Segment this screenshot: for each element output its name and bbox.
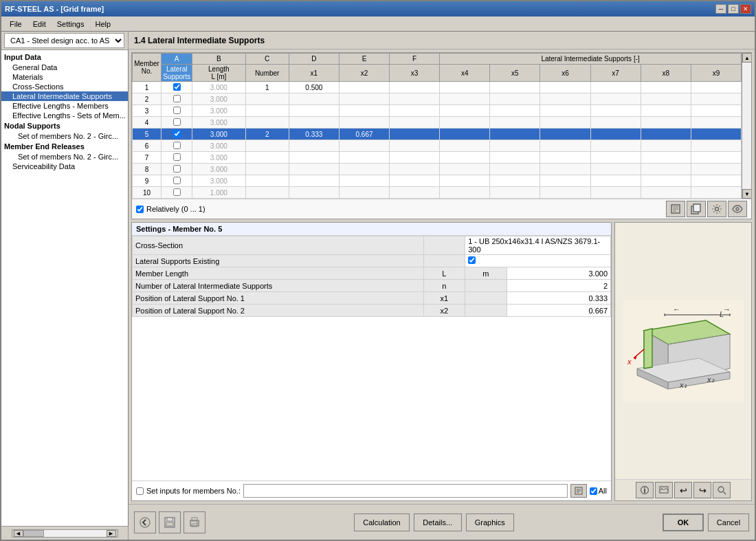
graphics-image-btn[interactable] xyxy=(655,482,673,498)
sidebar-item-general[interactable]: General Data xyxy=(1,63,128,72)
nav-back-btn[interactable] xyxy=(134,511,156,533)
sidebar-section-nodal: Nodal Supports xyxy=(1,120,128,131)
cancel-button[interactable]: Cancel xyxy=(708,514,749,531)
svg-rect-5 xyxy=(693,204,700,212)
row-checkbox-7[interactable] xyxy=(173,165,181,173)
settings-left-panel: Settings - Member No. 5 Cross-Section1 -… xyxy=(131,222,612,501)
nav-save-btn[interactable] xyxy=(159,511,181,533)
row-checkbox-9[interactable] xyxy=(173,188,181,196)
nav-print-btn[interactable] xyxy=(184,511,205,533)
relatively-checkbox[interactable] xyxy=(136,206,144,213)
sidebar-item-eff-members[interactable]: Effective Lengths - Members xyxy=(1,101,128,111)
scroll-down-btn[interactable]: ▼ xyxy=(742,189,751,199)
grid-row-8[interactable]: 93.000 xyxy=(133,175,742,187)
settings-unit-4 xyxy=(465,292,507,305)
scroll-right-btn[interactable]: ► xyxy=(107,530,116,537)
set-inputs-checkbox[interactable] xyxy=(136,487,144,495)
row-checkbox-1[interactable] xyxy=(173,95,181,102)
menu-edit[interactable]: Edit xyxy=(27,19,52,30)
col-header-d: D xyxy=(289,54,339,65)
grid-row-5[interactable]: 63.000 xyxy=(133,140,742,152)
row-checkbox-8[interactable] xyxy=(173,177,181,184)
sidebar-item-lateral[interactable]: Lateral Intermediate Supports xyxy=(1,91,128,101)
graphics-info-btn[interactable]: i xyxy=(636,482,654,498)
grid-row-7[interactable]: 83.000 xyxy=(133,164,742,175)
col-header-c: C xyxy=(245,54,289,65)
graphics-zoom-btn[interactable] xyxy=(713,482,731,498)
details-button[interactable]: Details... xyxy=(414,514,462,531)
grid-row-9[interactable]: 101.000 xyxy=(133,187,742,199)
graphics-rotate-left-btn[interactable]: ↩ xyxy=(674,482,692,498)
settings-sym-2: L xyxy=(423,267,465,280)
settings-label-4: Position of Lateral Support No. 1 xyxy=(133,292,424,305)
settings-label-3: Number of Lateral Intermediate Supports xyxy=(133,280,424,292)
row-checkbox-4[interactable] xyxy=(173,130,181,137)
ok-button[interactable]: OK xyxy=(663,514,704,531)
settings-title: Settings - Member No. 5 xyxy=(132,223,611,236)
col-header-x9: x9 xyxy=(691,65,741,82)
sidebar-scroll-area: ◄ ► xyxy=(1,526,128,540)
members-input[interactable] xyxy=(243,484,568,498)
toolbar-btn-3[interactable] xyxy=(707,201,726,217)
toolbar-btn-eye[interactable] xyxy=(728,201,747,217)
svg-text:←: ← xyxy=(673,305,680,313)
minimize-button[interactable]: ─ xyxy=(715,4,726,14)
sidebar-item-materials[interactable]: Materials xyxy=(1,72,128,82)
svg-line-36 xyxy=(724,492,726,495)
graphics-button[interactable]: Graphics xyxy=(466,514,514,531)
graphics-rotate-right-btn[interactable]: ↪ xyxy=(693,482,711,498)
main-content: CA1 - Steel design acc. to AS Input Data… xyxy=(1,32,755,540)
svg-text:→: → xyxy=(723,305,731,313)
scroll-left-btn[interactable]: ◄ xyxy=(14,530,23,537)
settings-unit-5 xyxy=(465,305,507,317)
close-button[interactable]: ✕ xyxy=(740,4,751,14)
grid-row-4[interactable]: 53.00020.3330.667 xyxy=(133,129,742,140)
menu-file[interactable]: File xyxy=(4,19,27,30)
row-checkbox-5[interactable] xyxy=(173,142,181,149)
design-case-dropdown[interactable]: CA1 - Steel design acc. to AS xyxy=(4,33,124,48)
sidebar-item-eff-sets[interactable]: Effective Lengths - Sets of Mem... xyxy=(1,111,128,120)
settings-label-2: Member Length xyxy=(133,267,424,280)
svg-rect-40 xyxy=(166,522,173,526)
toolbar-btn-2[interactable] xyxy=(687,201,706,217)
svg-text:x₁: x₁ xyxy=(679,381,687,389)
sidebar-item-end-releases-set[interactable]: Set of members No. 2 - Girc... xyxy=(1,152,128,162)
svg-rect-39 xyxy=(167,518,173,521)
row-checkbox-3[interactable] xyxy=(173,118,181,126)
col-header-lateral-sup: LateralSupports xyxy=(162,65,192,82)
settings-footer: Set inputs for members No.: All xyxy=(132,481,611,500)
maximize-button[interactable]: □ xyxy=(728,4,739,14)
settings-unit-3 xyxy=(465,280,507,292)
svg-point-37 xyxy=(140,518,150,527)
sidebar-item-serviceability[interactable]: Serviceability Data xyxy=(1,162,128,171)
col-header-x3: x3 xyxy=(390,65,440,82)
settings-val-3: 2 xyxy=(507,280,610,292)
grid-row-6[interactable]: 73.000 xyxy=(133,152,742,164)
window-title: RF-STEEL AS - [Grid frame] xyxy=(5,5,104,13)
row-checkbox-2[interactable] xyxy=(173,107,181,114)
row-checkbox-0[interactable] xyxy=(173,83,181,91)
settings-existing-checkbox[interactable] xyxy=(468,256,476,264)
svg-point-44 xyxy=(197,522,198,523)
scroll-up-btn[interactable]: ▲ xyxy=(742,53,751,63)
toolbar-btn-1[interactable] xyxy=(666,201,685,217)
sidebar-item-nodal-set[interactable]: Set of members No. 2 - Girc... xyxy=(1,131,128,141)
members-browse-btn[interactable] xyxy=(570,484,587,498)
grid-scrollbar[interactable]: ▲ ▼ xyxy=(742,53,751,199)
row-checkbox-6[interactable] xyxy=(173,153,181,161)
main-window: RF-STEEL AS - [Grid frame] ─ □ ✕ File Ed… xyxy=(0,0,756,541)
col-header-x5: x5 xyxy=(490,65,540,82)
all-checkbox[interactable] xyxy=(590,487,597,495)
menu-help[interactable]: Help xyxy=(89,19,116,30)
grid-row-2[interactable]: 33.000 xyxy=(133,105,742,117)
grid-table: Member No. A B C D E F Lateral Intermedi… xyxy=(132,53,742,199)
calculation-button[interactable]: Calculation xyxy=(354,514,409,531)
grid-row-0[interactable]: 13.00010.500 xyxy=(133,82,742,93)
grid-row-3[interactable]: 43.000 xyxy=(133,117,742,129)
settings-val-5: 0.667 xyxy=(507,305,610,317)
sidebar-item-cross[interactable]: Cross-Sections xyxy=(1,82,128,91)
menu-settings[interactable]: Settings xyxy=(52,19,90,30)
settings-label-1: Lateral Supports Existing xyxy=(133,255,424,267)
title-bar: RF-STEEL AS - [Grid frame] ─ □ ✕ xyxy=(1,1,755,16)
grid-row-1[interactable]: 23.000 xyxy=(133,93,742,105)
